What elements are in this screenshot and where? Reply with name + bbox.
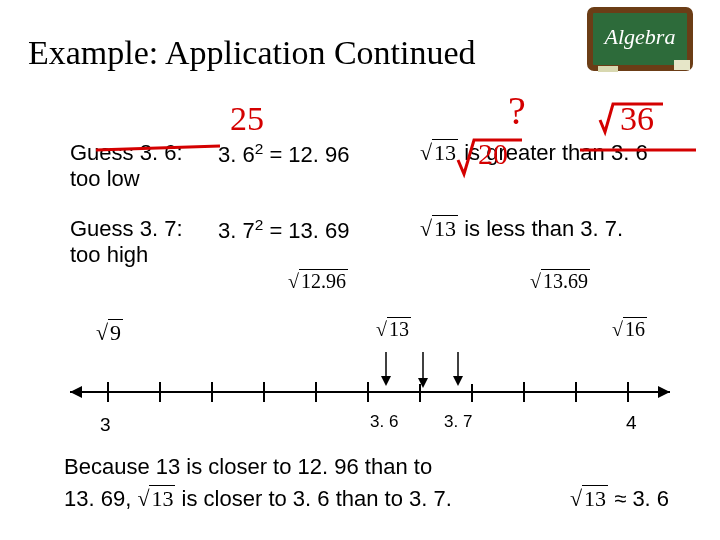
calc-3-7: 3. 72 = 13. 69 [218, 216, 350, 244]
svg-text:36: 36 [620, 100, 654, 137]
sqrt-13-icon: √13 [420, 216, 458, 241]
svg-marker-19 [381, 376, 391, 386]
algebra-chalkboard-icon: Algebra [584, 4, 702, 82]
guess-3-7-label: Guess 3. 7: [70, 216, 183, 242]
sqrt-9-label: √9 [96, 320, 123, 346]
conclusion-approx: √13 ≈ 3. 6 [570, 486, 669, 512]
tick-label-3-6: 3. 6 [370, 412, 398, 432]
page-title: Example: Application Continued [28, 34, 476, 72]
expl-3-7: √13 is less than 3. 7. [420, 216, 623, 242]
sqrt-13-icon: √13 [420, 140, 458, 165]
svg-text:?: ? [508, 90, 526, 133]
sqrt-13-69-label: √13.69 [530, 270, 590, 293]
conclusion-line-2: 13. 69, √13 is closer to 3. 6 than to 3.… [64, 486, 452, 512]
expl-3-6: √13 is greater than 3. 6 [420, 140, 648, 166]
svg-rect-2 [674, 60, 690, 70]
sqrt-12-96-label: √12.96 [288, 270, 348, 293]
sqrt-13-icon: √13 [137, 485, 175, 511]
svg-text:25: 25 [230, 100, 264, 137]
guess-3-6-sub: too low [70, 166, 140, 192]
svg-marker-5 [70, 386, 82, 398]
tick-label-3-7: 3. 7 [444, 412, 472, 432]
tick-label-4: 4 [626, 412, 637, 434]
svg-marker-23 [453, 376, 463, 386]
svg-text:Algebra: Algebra [603, 24, 676, 49]
guess-3-6-label: Guess 3. 6: [70, 140, 183, 166]
number-line [70, 352, 670, 412]
tick-label-3: 3 [100, 414, 111, 436]
sqrt-16-label: √16 [612, 318, 647, 341]
calc-3-6: 3. 62 = 12. 96 [218, 140, 350, 168]
svg-marker-6 [658, 386, 670, 398]
sqrt-13-label: √13 [376, 318, 411, 341]
svg-rect-3 [598, 66, 618, 72]
conclusion-line-1: Because 13 is closer to 12. 96 than to [64, 454, 432, 480]
guess-3-7-sub: too high [70, 242, 148, 268]
sqrt-13-icon: √13 [570, 485, 608, 511]
